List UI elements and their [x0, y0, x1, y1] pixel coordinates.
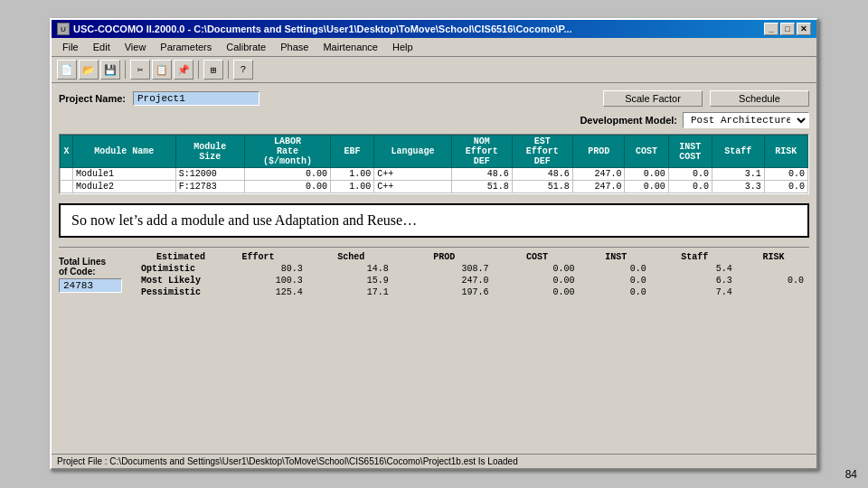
prod-cell: 247.0 [572, 168, 625, 181]
total-loc-input[interactable] [59, 278, 122, 293]
grid-button[interactable]: ⊞ [203, 60, 223, 80]
module-size-cell: S:12000 [175, 168, 244, 181]
scale-factor-button[interactable]: Scale Factor [603, 90, 703, 107]
col-inst: INST [580, 251, 652, 263]
summary-row-optimistic: Optimistic 80.3 14.8 308.7 0.00 0.0 5.4 [136, 263, 809, 275]
bottom-left: Total Lines of Code: [59, 251, 136, 298]
row-indicator [61, 168, 73, 181]
title-bar-left: U USC-COCOMO II.2000.0 - C:\Documents an… [57, 23, 572, 35]
module-name-cell: Module1 [73, 168, 176, 181]
col-cost: COST [625, 136, 668, 168]
ebf-cell: 1.00 [330, 168, 373, 181]
col-effort: Effort [208, 251, 308, 263]
dev-model-label: Development Model: [580, 115, 677, 126]
staff-cell: 3.1 [712, 168, 765, 181]
menu-mairtenance[interactable]: Mairtenance [316, 40, 385, 54]
project-name-input[interactable] [133, 91, 259, 106]
table-row: Module1 S:12000 0.00 1.00 C++ 48.6 48.6 … [61, 168, 808, 181]
risk-cell: 0.0 [764, 181, 807, 193]
title-bar: U USC-COCOMO II.2000.0 - C:\Documents an… [52, 20, 816, 38]
col-sched: Sched [308, 251, 394, 263]
module-name-cell: Module2 [73, 181, 176, 193]
col-prod: PROD [572, 136, 625, 168]
app-icon: U [57, 23, 70, 35]
summary-row-most-likely: Most Likely 100.3 15.9 247.0 0.00 0.0 6.… [136, 275, 809, 286]
col-language: Language [374, 136, 452, 168]
dev-model-select[interactable]: Post Architecture Early Design [683, 112, 809, 128]
language-cell: C++ [374, 181, 452, 193]
labor-rate-cell: 0.00 [244, 168, 330, 181]
project-name-label: Project Name: [59, 93, 126, 104]
annotation-text-box: So now let’s add a module and use Adapta… [59, 203, 809, 238]
toolbar-sep-1 [125, 61, 126, 79]
toolbar: 📄 📂 💾 ✂ 📋 📌 ⊞ ? [52, 57, 816, 83]
project-name-row: Project Name: Scale Factor Schedule [59, 90, 809, 107]
status-bar: Project File : C:\Documents and Settings… [52, 454, 816, 468]
menu-edit[interactable]: Edit [86, 40, 118, 54]
est-effort-cell: 51.8 [512, 181, 572, 193]
dev-model-row: Development Model: Post Architecture Ear… [59, 112, 809, 128]
modules-table: X Module Name ModuleSize LABORRate($/mon… [60, 135, 808, 193]
menu-calibrate[interactable]: Calibrate [219, 40, 273, 54]
cost-cell: 0.00 [625, 181, 668, 193]
save-button[interactable]: 💾 [100, 60, 120, 80]
col-risk: RISK [764, 136, 807, 168]
minimize-button[interactable]: _ [764, 23, 778, 35]
status-text: Project File : C:\Documents and Settings… [57, 456, 518, 466]
summary-row-pessimistic: Pessimistic 125.4 17.1 197.6 0.00 0.0 7.… [136, 286, 809, 298]
annotation-text: So now let’s add a module and use Adapta… [71, 212, 417, 228]
menu-parameters[interactable]: Parameters [153, 40, 219, 54]
col-est-effort: ESTEffortDEF [512, 136, 572, 168]
total-loc-label: Total Lines of Code: [59, 257, 128, 277]
schedule-button[interactable]: Schedule [710, 90, 809, 107]
col-risk: RISK [738, 251, 809, 263]
col-module-name: Module Name [73, 136, 176, 168]
col-x: X [61, 136, 73, 168]
help-button[interactable]: ? [233, 60, 253, 80]
row-indicator [61, 181, 73, 193]
language-cell: C++ [374, 168, 452, 181]
prod-cell: 247.0 [572, 181, 625, 193]
risk-cell: 0.0 [764, 168, 807, 181]
col-staff: Staff [712, 136, 765, 168]
maximize-button[interactable]: □ [780, 23, 795, 35]
cost-cell: 0.00 [625, 168, 668, 181]
col-ebf: EBF [330, 136, 373, 168]
new-button[interactable]: 📄 [57, 60, 77, 80]
menu-bar: File Edit View Parameters Calibrate Phas… [52, 38, 816, 57]
menu-view[interactable]: View [118, 40, 154, 54]
summary-table: Estimated Effort Sched PROD COST INST St… [136, 251, 809, 298]
toolbar-sep-3 [228, 61, 229, 79]
menu-help[interactable]: Help [385, 40, 420, 54]
menu-phase[interactable]: Phase [273, 40, 316, 54]
window-title: USC-COCOMO II.2000.0 - C:\Documents and … [73, 23, 572, 34]
close-button[interactable]: ✕ [797, 23, 811, 35]
bottom-right: Estimated Effort Sched PROD COST INST St… [136, 251, 809, 298]
cut-button[interactable]: ✂ [130, 60, 150, 80]
nom-effort-cell: 51.8 [451, 181, 512, 193]
inst-cost-cell: 0.0 [668, 181, 712, 193]
open-button[interactable]: 📂 [79, 60, 99, 80]
table-header-row1: X Module Name ModuleSize LABORRate($/mon… [61, 136, 808, 168]
modules-table-container: X Module Name ModuleSize LABORRate($/mon… [59, 134, 809, 194]
main-window: U USC-COCOMO II.2000.0 - C:\Documents an… [50, 18, 818, 470]
bottom-combined: Total Lines of Code: Estimated Effort Sc… [59, 251, 809, 298]
nom-effort-cell: 48.6 [451, 168, 512, 181]
toolbar-sep-2 [198, 61, 199, 79]
col-inst-cost: INSTCOST [668, 136, 712, 168]
table-row: Module2 F:12783 0.00 1.00 C++ 51.8 51.8 … [61, 181, 808, 193]
title-buttons: _ □ ✕ [764, 23, 811, 35]
staff-cell: 3.3 [712, 181, 765, 193]
col-cost: COST [495, 251, 580, 263]
col-labor-rate: LABORRate($/month) [244, 136, 330, 168]
col-estimated: Estimated [136, 251, 208, 263]
page-number: 84 [845, 468, 857, 481]
bottom-section: Total Lines of Code: Estimated Effort Sc… [59, 247, 809, 298]
copy-button[interactable]: 📋 [152, 60, 172, 80]
module-size-cell: F:12783 [175, 181, 244, 193]
col-module-size: ModuleSize [175, 136, 244, 168]
col-nom-effort: NOMEffortDEF [451, 136, 512, 168]
labor-rate-cell: 0.00 [244, 181, 330, 193]
paste-button[interactable]: 📌 [174, 60, 193, 80]
menu-file[interactable]: File [55, 40, 86, 54]
